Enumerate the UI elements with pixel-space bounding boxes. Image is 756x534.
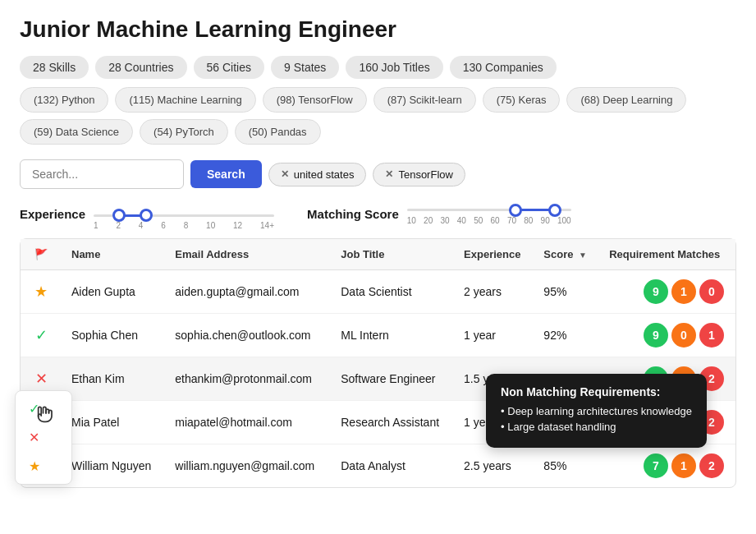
experience-slider[interactable]: 1 2 4 6 8 10 12 14+ [94,208,274,220]
filter-tag-countries[interactable]: 28 Countries [95,56,186,79]
row-badges-sophia: 9 0 1 [599,314,735,357]
page-title: Junior Machine Learning Engineer [20,16,736,43]
experience-label: Experience [20,207,85,221]
col-name[interactable]: Name [62,239,165,270]
row-name-aiden: Aiden Gupta [62,270,165,314]
row-job-william: Data Analyst [331,444,454,488]
action-check[interactable]: ✓ [16,394,71,423]
skill-tensorflow[interactable]: (98) TensorFlow [263,87,367,113]
row-email-mia: miapatel@hotmail.com [165,401,331,444]
score-tick-70: 70 [507,216,516,225]
row-badges-aiden: 9 1 0 [599,270,735,314]
row-exp-aiden: 2 years [454,270,534,314]
col-flag: 🚩 [21,239,62,270]
skill-sklearn[interactable]: (87) Scikit-learn [373,87,476,113]
score-tick-40: 40 [457,216,466,225]
badge-green: 7 [644,453,668,478]
filter-tag-cities[interactable]: 56 Cities [194,56,264,79]
row-flag-sophia[interactable]: ✓ [21,314,62,357]
row-score-aiden: 95% [534,270,599,314]
skill-datascience[interactable]: (59) Data Science [20,119,133,145]
search-button[interactable]: Search [190,160,262,188]
filter-tag-job-titles[interactable]: 160 Job Titles [346,56,442,79]
row-email-ethan: ethankim@protonmail.com [165,357,331,401]
row-job-sophia: ML Intern [331,314,454,357]
remove-tf-icon[interactable]: ✕ [385,168,393,180]
skill-pandas[interactable]: (50) Pandas [235,119,321,145]
skill-tags-row: (132) Python (115) Machine Learning (98)… [20,87,736,145]
table-row: ★ William Nguyen william.nguyen@gmail.co… [21,444,735,488]
filter-chip-tf[interactable]: ✕ TensorFlow [373,163,465,186]
badge-red: 0 [699,279,724,304]
x-icon: ✕ [35,371,48,387]
score-tick-10: 10 [407,216,416,225]
candidates-table: 🚩 Name Email Address Job Title Experienc… [20,238,736,488]
filter-chip-us-label: united states [294,168,355,181]
score-thumb-1[interactable] [509,204,522,217]
col-experience[interactable]: Experience [454,239,534,270]
table-header-row: 🚩 Name Email Address Job Title Experienc… [21,239,735,270]
tooltip-title: Non Matching Requirements: [501,385,692,398]
tooltip-item-2: Large dataset handling [501,421,692,433]
row-job-aiden: Data Scientist [331,270,454,314]
skill-python[interactable]: (132) Python [20,87,108,113]
filter-tag-companies[interactable]: 130 Companies [450,56,557,79]
check-icon: ✓ [35,327,48,343]
search-row: Search ✕ united states ✕ TensorFlow [20,159,736,189]
exp-thumb-1[interactable] [112,209,126,222]
skill-keras[interactable]: (75) Keras [483,87,561,113]
row-score-sophia: 92% [534,314,599,357]
row-email-aiden: aiden.gupta@gmail.com [165,270,331,314]
skill-deeplearning[interactable]: (68) Deep Learning [566,87,686,113]
exp-tick-2: 2 [116,221,121,230]
score-slider[interactable]: 10 20 30 40 50 60 70 80 90 100 [407,202,571,225]
action-menu: ✓ ✕ ★ [15,390,72,485]
badge-red: 1 [699,323,724,348]
row-exp-william: 2.5 years [454,444,534,488]
sliders-section: Experience 1 2 4 6 8 10 12 14+ Matching … [20,202,736,225]
exp-tick-14: 14+ [260,221,274,230]
score-slider-group: Matching Score 10 20 30 40 50 60 70 80 9… [307,202,571,225]
row-exp-sophia: 1 year [454,314,534,357]
search-input[interactable] [20,159,184,189]
badge-orange: 1 [671,453,696,478]
exp-thumb-2[interactable] [140,209,153,222]
filter-chip-us[interactable]: ✕ united states [268,163,367,186]
row-email-sophia: sophia.chen@outlook.com [165,314,331,357]
col-req-matches: Requirement Matches [599,239,735,270]
badge-orange: 0 [671,323,696,348]
badge-green: 9 [644,323,668,348]
col-job-title[interactable]: Job Title [331,239,454,270]
score-tick-60: 60 [491,216,500,225]
remove-us-icon[interactable]: ✕ [281,168,289,180]
row-flag-aiden[interactable]: ★ [21,270,62,314]
action-star[interactable]: ★ [16,452,71,481]
exp-tick-6: 6 [161,221,166,230]
action-x[interactable]: ✕ [16,423,71,452]
row-name-mia: Mia Patel [62,401,165,444]
score-thumb-2[interactable] [548,204,561,217]
exp-tick-10: 10 [206,221,215,230]
filter-tag-states[interactable]: 9 States [271,56,339,79]
score-label: Matching Score [307,207,399,221]
skill-pytorch[interactable]: (54) PyTorch [140,119,228,145]
sort-down-icon: ▼ [579,251,587,260]
col-email[interactable]: Email Address [165,239,331,270]
skill-ml[interactable]: (115) Machine Learning [115,87,255,113]
score-tick-90: 90 [541,216,550,225]
score-tick-30: 30 [440,216,449,225]
col-score[interactable]: Score ▼ [534,239,599,270]
exp-tick-4: 4 [139,221,144,230]
row-name-ethan: Ethan Kim [62,357,165,401]
row-name-william: William Nguyen [62,444,165,488]
filter-tags-row: 28 Skills 28 Countries 56 Cities 9 State… [20,56,736,79]
exp-tick-12: 12 [233,221,242,230]
row-score-william: 85% [534,444,599,488]
filter-tag-skills[interactable]: 28 Skills [20,56,89,79]
tooltip-item-1: Deep learning architectures knowledge [501,405,692,417]
row-email-william: william.nguyen@gmail.com [165,444,331,488]
non-matching-tooltip: Non Matching Requirements: Deep learning… [486,374,707,448]
score-tick-100: 100 [557,216,571,225]
row-name-sophia: Sophia Chen [62,314,165,357]
row-job-mia: Research Assistant [331,401,454,444]
